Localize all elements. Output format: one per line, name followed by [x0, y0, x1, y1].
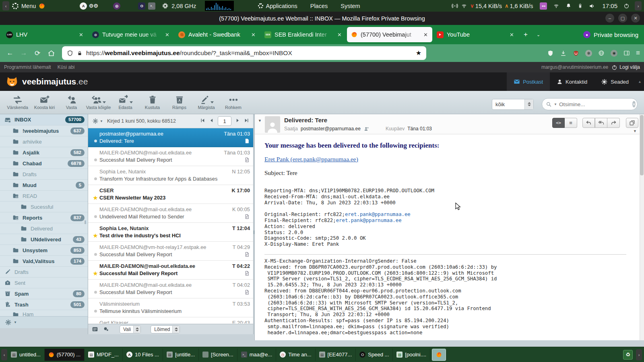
scrollbar-thumb[interactable] — [640, 115, 644, 175]
folder-row-sucessful[interactable]: Sucessful — [0, 201, 88, 212]
tor-browser-icon[interactable]: ◎ — [113, 2, 120, 10]
help-link[interactable]: Küsi abi — [58, 64, 75, 70]
message-row[interactable]: MAILER-DAEMON@mail-out.elkdata.eeT 04:02… — [88, 280, 253, 298]
flag-star-icon[interactable]: ★ — [93, 271, 98, 276]
extension-b-icon[interactable]: ◉ — [611, 50, 617, 57]
folder-row-ham[interactable]: Ham — [0, 310, 88, 316]
message-row[interactable]: MAILER-DAEMON@mail-out.elkdata.eeTäna 01… — [88, 147, 253, 166]
read-status-icon[interactable] — [94, 291, 97, 294]
folder-row-spam[interactable]: Spam80 — [0, 288, 88, 299]
threads-icon[interactable] — [103, 326, 110, 332]
applications-menu-icon[interactable] — [258, 3, 263, 8]
home-button[interactable] — [45, 47, 57, 59]
tab-close-icon[interactable]: ✕ — [78, 32, 84, 38]
folder-row-sent[interactable]: Sent — [0, 277, 88, 288]
panel-collapse-right[interactable]: › — [635, 1, 642, 10]
list-options-button[interactable]: ▼ — [92, 118, 103, 124]
read-status-icon[interactable] — [94, 253, 97, 256]
compose-button[interactable]: Koosta kiri — [31, 92, 58, 114]
scope-select[interactable]: kõik — [492, 99, 534, 110]
recycle-workspace-icon[interactable]: ♻ — [623, 350, 633, 360]
folder-row-trash[interactable]: Trash501 — [0, 299, 88, 310]
browser-tab[interactable]: YouTube✕ — [433, 27, 518, 42]
read-status-icon[interactable] — [94, 140, 97, 142]
firefox-launcher-icon[interactable] — [39, 3, 45, 9]
logout-button[interactable]: Logi välja — [611, 64, 640, 70]
download-icon[interactable] — [560, 50, 567, 57]
browser-tab[interactable]: (57700) Veebimajut✕ — [347, 27, 432, 42]
trash-button[interactable]: Kustuta — [139, 92, 166, 114]
search-clear-icon[interactable]: ✕ — [632, 101, 636, 107]
folder-row-undelivered[interactable]: UNdelivered43 — [0, 234, 88, 245]
browser-tab[interactable]: Avaleht - Swedbank✕ — [175, 27, 260, 42]
message-row[interactable]: MAILER-DAEMON@mail-out.elkdata.eeT 04:22… — [88, 261, 253, 280]
battery-icon[interactable] — [578, 3, 583, 9]
more-button[interactable]: Rohkem — [220, 92, 247, 114]
taskbar-item[interactable]: ▨[poolni.... — [393, 349, 430, 361]
select-dropdown[interactable]: Vali — [120, 325, 141, 333]
tab-close-icon[interactable]: ✕ — [423, 32, 429, 38]
read-status-icon[interactable] — [94, 177, 97, 180]
search-options-caret-icon[interactable]: ▼ — [554, 103, 557, 106]
panel-collapse-left[interactable]: ‹ — [2, 1, 9, 10]
minimize-button[interactable]: – — [605, 14, 614, 23]
search-box[interactable]: ▼ ✕ — [542, 98, 638, 110]
add-contact-icon[interactable] — [363, 126, 369, 132]
recipient-link[interactable]: Eret Pank (eret.pank@pparnumaa.ee) — [264, 156, 358, 163]
folder-row-asjalik[interactable]: Asjalik582 — [0, 147, 88, 158]
tab-close-icon[interactable]: ✕ — [336, 32, 343, 38]
email-link[interactable]: eret.pank@pparnumaa.ee — [336, 218, 402, 223]
folder-row-delivered[interactable]: Delivered — [0, 223, 88, 234]
message-row[interactable]: postmaster@pparnumaa.eeTäna 01:03Deliver… — [88, 128, 253, 147]
tab-close-icon[interactable]: ✕ — [509, 32, 515, 38]
list-mode-button[interactable] — [91, 326, 99, 332]
message-row[interactable]: VälisministeeriumT 03:53Tellimuse kinnit… — [88, 298, 253, 317]
settings-gears-icon[interactable]: ⚙⚙ — [90, 2, 97, 10]
folder-row-vald-valitsus[interactable]: Vald,Valitsus174 — [0, 255, 88, 266]
extension-globe-icon[interactable] — [598, 50, 605, 56]
reply-all-button[interactable] — [595, 118, 607, 128]
notification-bell-icon[interactable] — [566, 3, 572, 9]
header-nav-kontaktid[interactable]: Kontaktid — [550, 72, 594, 91]
forward-button[interactable] — [607, 118, 620, 128]
indicator-badge-icon[interactable]: ⊷ — [540, 2, 547, 10]
tab-close-icon[interactable]: ✕ — [164, 32, 170, 38]
extension-a-icon[interactable]: ✻ — [585, 50, 592, 57]
tab-close-icon[interactable]: ✕ — [250, 32, 256, 38]
volume-icon[interactable] — [589, 3, 595, 9]
folder-row--weebimajutus[interactable]: !weebimajutus637 — [0, 125, 88, 136]
close-button[interactable]: ✕ — [631, 14, 640, 23]
new-tab-button[interactable]: + — [519, 31, 532, 39]
ublock-icon[interactable] — [573, 50, 579, 57]
folder-row-unsystem[interactable]: Unsystem853 — [0, 245, 88, 255]
tracking-shield-icon[interactable] — [67, 50, 73, 57]
flag-star-icon[interactable]: ★ — [93, 195, 98, 200]
message-row[interactable]: Gert KlaaserE 20:43 — [88, 317, 253, 323]
html-view-button[interactable]: <> — [552, 118, 565, 128]
folder-row-arhiivike[interactable]: arhiivike — [0, 136, 88, 147]
sidebar-toggle-icon[interactable] — [623, 50, 630, 56]
more-actions-caret-icon[interactable]: ▼ — [633, 129, 637, 133]
header-collapse-icon[interactable]: ▲ — [636, 80, 644, 84]
bookmark-star-icon[interactable]: ★ — [416, 51, 421, 56]
taskbar-item[interactable]: ▤MPDF_... — [85, 349, 123, 361]
message-row[interactable]: Sophia Lee, NutanixT 12:04★Test drive th… — [88, 223, 253, 242]
flag-star-icon[interactable]: ★ — [93, 233, 98, 238]
read-status-icon[interactable] — [94, 310, 97, 313]
folder-row-inbox[interactable]: INBOX57700 — [0, 114, 88, 125]
threads-dropdown[interactable]: Lõimed — [151, 325, 180, 333]
taskbar-item[interactable]: OSpeed ... — [356, 349, 393, 361]
mark-button[interactable]: Märgista — [193, 92, 220, 114]
browser-tab[interactable]: ◍Tutvuge meie uue vä✕ — [89, 27, 174, 42]
taskbar-item[interactable]: ▤[EE4077... — [316, 349, 356, 361]
clock[interactable]: 17:05 — [602, 2, 617, 9]
junk-button[interactable]: Rämps — [166, 92, 193, 114]
refresh-button[interactable]: Värskenda — [4, 92, 31, 114]
taskbar-item[interactable]: [Screen... — [199, 349, 237, 361]
pocket-shield-icon[interactable] — [547, 50, 554, 57]
about-link[interactable]: Programmist lähemalt — [4, 64, 51, 70]
taskbar-item[interactable]: (57700) ... — [45, 349, 85, 361]
last-page-icon[interactable] — [244, 118, 249, 124]
search-input[interactable] — [559, 101, 630, 107]
app-o-icon[interactable]: O — [138, 2, 145, 10]
